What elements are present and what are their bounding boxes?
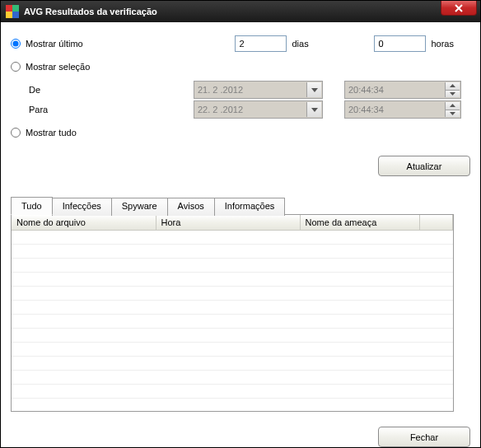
show-all-radio[interactable] xyxy=(11,128,21,138)
days-input[interactable] xyxy=(235,35,287,52)
spin-up[interactable] xyxy=(445,102,460,110)
table-row[interactable] xyxy=(12,329,453,343)
show-last-text: Mostrar último xyxy=(26,39,83,49)
tab-all[interactable]: Tudo xyxy=(11,197,53,215)
col-empty[interactable] xyxy=(419,215,453,231)
show-selection-radio[interactable] xyxy=(11,62,21,72)
to-date-value: 22. 2 .2012 xyxy=(198,105,243,114)
from-date-picker[interactable]: 21. 2 .2012 xyxy=(194,81,323,99)
results-table: Nome do arquivo Hora Nome da ameaça xyxy=(12,215,453,399)
tab-spyware[interactable]: Spyware xyxy=(111,198,168,216)
show-last-radio-label[interactable]: Mostrar último xyxy=(11,39,83,49)
from-label: De xyxy=(29,85,194,95)
window-title: AVG Resultados da verificação xyxy=(24,7,157,16)
to-time-spinner[interactable] xyxy=(445,102,460,117)
from-time-spinner[interactable] xyxy=(445,82,460,97)
titlebar: AVG Resultados da verificação xyxy=(1,1,480,22)
dialog-content: Mostrar último dias horas Mostrar seleçã… xyxy=(1,22,480,448)
table-row[interactable] xyxy=(12,259,453,273)
app-icon xyxy=(6,5,19,18)
from-time-picker[interactable]: 20:44:34 xyxy=(344,81,461,99)
show-selection-radio-label[interactable]: Mostrar seleção xyxy=(11,62,90,72)
table-row[interactable] xyxy=(12,343,453,357)
results-tabs: Tudo Infecções Spyware Avisos Informaçõe… xyxy=(11,196,470,412)
show-selection-text: Mostrar seleção xyxy=(26,62,90,72)
chevron-down-icon xyxy=(450,92,455,96)
to-date-picker[interactable]: 22. 2 .2012 xyxy=(194,100,323,119)
col-threat[interactable]: Nome da ameaça xyxy=(300,215,419,231)
close-icon xyxy=(454,4,464,12)
chevron-up-icon xyxy=(450,104,455,107)
chevron-down-icon xyxy=(450,112,455,115)
to-time-value: 20:44:34 xyxy=(348,105,384,114)
show-all-row: Mostrar tudo xyxy=(11,124,470,141)
show-last-row: Mostrar último dias horas xyxy=(11,35,470,52)
show-all-text: Mostrar tudo xyxy=(26,128,77,138)
from-row: De 21. 2 .2012 20:44:34 xyxy=(11,82,470,98)
to-time-picker[interactable]: 20:44:34 xyxy=(344,100,461,119)
tab-infections[interactable]: Infecções xyxy=(52,198,112,216)
table-row[interactable] xyxy=(12,385,453,399)
spin-down[interactable] xyxy=(445,91,460,98)
show-selection-row: Mostrar seleção xyxy=(11,58,470,75)
to-row: Para 22. 2 .2012 20:44:34 xyxy=(11,101,470,118)
tab-strip: Tudo Infecções Spyware Avisos Informaçõe… xyxy=(11,196,470,214)
spin-up[interactable] xyxy=(445,82,460,91)
table-row[interactable] xyxy=(12,245,453,259)
table-row[interactable] xyxy=(12,315,453,329)
table-body xyxy=(12,231,453,399)
chevron-down-icon xyxy=(311,108,318,112)
from-date-value: 21. 2 .2012 xyxy=(198,85,243,95)
tab-info[interactable]: Informações xyxy=(214,198,286,216)
table-row[interactable] xyxy=(12,357,453,371)
from-time-value: 20:44:34 xyxy=(348,85,384,95)
to-date-dropdown[interactable] xyxy=(306,102,321,117)
col-filename[interactable]: Nome do arquivo xyxy=(12,215,156,231)
table-row[interactable] xyxy=(12,301,453,315)
show-last-radio[interactable] xyxy=(11,39,21,49)
hours-unit: horas xyxy=(431,39,454,49)
close-button[interactable]: Fechar xyxy=(378,427,470,447)
show-all-radio-label[interactable]: Mostrar tudo xyxy=(11,128,77,138)
chevron-up-icon xyxy=(450,84,455,87)
update-button[interactable]: Atualizar xyxy=(378,156,470,176)
to-label: Para xyxy=(29,105,194,114)
table-header-row: Nome do arquivo Hora Nome da ameaça xyxy=(12,215,453,231)
window-close-button[interactable] xyxy=(441,1,477,16)
hours-input[interactable] xyxy=(374,35,426,52)
from-date-dropdown[interactable] xyxy=(306,82,321,97)
spin-down[interactable] xyxy=(445,110,460,118)
table-row[interactable] xyxy=(12,231,453,245)
results-table-container: Nome do arquivo Hora Nome da ameaça xyxy=(11,214,454,412)
days-unit: dias xyxy=(292,39,357,49)
chevron-down-icon xyxy=(311,88,318,92)
col-time[interactable]: Hora xyxy=(156,215,300,231)
table-row[interactable] xyxy=(12,287,453,301)
table-row[interactable] xyxy=(12,273,453,287)
tab-warnings[interactable]: Avisos xyxy=(167,198,215,216)
table-row[interactable] xyxy=(12,371,453,385)
